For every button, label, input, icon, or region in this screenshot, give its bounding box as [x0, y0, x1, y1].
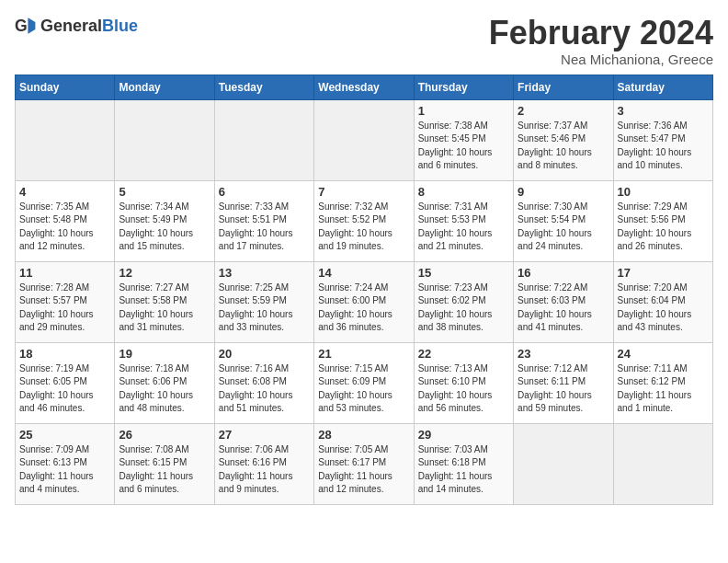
day-info: Sunrise: 7:18 AM Sunset: 6:06 PM Dayligh…	[119, 362, 210, 416]
day-info: Sunrise: 7:34 AM Sunset: 5:49 PM Dayligh…	[119, 201, 210, 254]
logo-general: General	[40, 17, 102, 35]
table-row: 17Sunrise: 7:20 AM Sunset: 6:04 PM Dayli…	[613, 261, 712, 342]
table-row: 21Sunrise: 7:15 AM Sunset: 6:09 PM Dayli…	[314, 342, 414, 423]
calendar-week-row: 4Sunrise: 7:35 AM Sunset: 5:48 PM Daylig…	[16, 180, 713, 261]
day-number: 22	[418, 347, 509, 361]
table-row: 18Sunrise: 7:19 AM Sunset: 6:05 PM Dayli…	[16, 342, 115, 423]
day-number: 12	[119, 266, 210, 280]
logo: G GeneralBlue	[15, 15, 138, 37]
table-row: 16Sunrise: 7:22 AM Sunset: 6:03 PM Dayli…	[514, 261, 613, 342]
day-info: Sunrise: 7:19 AM Sunset: 6:05 PM Dayligh…	[19, 362, 110, 416]
calendar-header-row: Sunday Monday Tuesday Wednesday Thursday…	[16, 75, 713, 99]
table-row: 26Sunrise: 7:08 AM Sunset: 6:15 PM Dayli…	[115, 423, 214, 504]
day-number: 13	[219, 266, 310, 280]
svg-marker-1	[28, 17, 35, 34]
table-row	[514, 423, 613, 504]
day-info: Sunrise: 7:23 AM Sunset: 6:02 PM Dayligh…	[418, 282, 509, 335]
day-number: 18	[19, 347, 110, 361]
table-row: 13Sunrise: 7:25 AM Sunset: 5:59 PM Dayli…	[214, 261, 313, 342]
table-row	[613, 423, 712, 504]
day-info: Sunrise: 7:16 AM Sunset: 6:08 PM Dayligh…	[219, 362, 310, 416]
table-row: 12Sunrise: 7:27 AM Sunset: 5:58 PM Dayli…	[115, 261, 214, 342]
day-info: Sunrise: 7:36 AM Sunset: 5:47 PM Dayligh…	[618, 120, 709, 173]
day-info: Sunrise: 7:12 AM Sunset: 6:11 PM Dayligh…	[518, 362, 609, 416]
day-info: Sunrise: 7:03 AM Sunset: 6:18 PM Dayligh…	[418, 443, 509, 497]
day-info: Sunrise: 7:35 AM Sunset: 5:48 PM Dayligh…	[19, 201, 110, 254]
calendar-week-row: 25Sunrise: 7:09 AM Sunset: 6:13 PM Dayli…	[16, 423, 713, 504]
table-row: 22Sunrise: 7:13 AM Sunset: 6:10 PM Dayli…	[414, 342, 513, 423]
table-row: 7Sunrise: 7:32 AM Sunset: 5:52 PM Daylig…	[314, 180, 414, 261]
day-number: 9	[518, 185, 609, 199]
day-number: 6	[219, 185, 310, 199]
title-area: February 2024 Nea Michaniona, Greece	[489, 15, 713, 67]
table-row: 19Sunrise: 7:18 AM Sunset: 6:06 PM Dayli…	[115, 342, 214, 423]
col-thursday: Thursday	[414, 75, 513, 99]
day-number: 2	[518, 104, 609, 118]
logo-blue: Blue	[102, 17, 138, 35]
col-wednesday: Wednesday	[314, 75, 414, 99]
calendar-week-row: 18Sunrise: 7:19 AM Sunset: 6:05 PM Dayli…	[16, 342, 713, 423]
table-row	[214, 99, 313, 180]
table-row: 25Sunrise: 7:09 AM Sunset: 6:13 PM Dayli…	[16, 423, 115, 504]
day-info: Sunrise: 7:13 AM Sunset: 6:10 PM Dayligh…	[418, 362, 509, 416]
day-info: Sunrise: 7:38 AM Sunset: 5:45 PM Dayligh…	[418, 120, 509, 173]
generalblue-logo-icon: G	[15, 15, 37, 37]
table-row: 2Sunrise: 7:37 AM Sunset: 5:46 PM Daylig…	[514, 99, 613, 180]
day-number: 17	[618, 266, 709, 280]
day-number: 26	[119, 428, 210, 442]
logo-text: GeneralBlue	[40, 17, 138, 36]
day-info: Sunrise: 7:11 AM Sunset: 6:12 PM Dayligh…	[618, 362, 709, 416]
day-number: 3	[618, 104, 709, 118]
day-info: Sunrise: 7:32 AM Sunset: 5:52 PM Dayligh…	[318, 201, 409, 254]
table-row: 15Sunrise: 7:23 AM Sunset: 6:02 PM Dayli…	[414, 261, 513, 342]
table-row	[115, 99, 214, 180]
day-info: Sunrise: 7:22 AM Sunset: 6:03 PM Dayligh…	[518, 282, 609, 335]
day-number: 28	[318, 428, 409, 442]
day-number: 15	[418, 266, 509, 280]
day-number: 27	[219, 428, 310, 442]
table-row	[314, 99, 414, 180]
table-row: 23Sunrise: 7:12 AM Sunset: 6:11 PM Dayli…	[514, 342, 613, 423]
table-row: 24Sunrise: 7:11 AM Sunset: 6:12 PM Dayli…	[613, 342, 712, 423]
day-number: 25	[19, 428, 110, 442]
page-header: G GeneralBlue February 2024 Nea Michanio…	[15, 15, 713, 67]
table-row: 14Sunrise: 7:24 AM Sunset: 6:00 PM Dayli…	[314, 261, 414, 342]
day-number: 11	[19, 266, 110, 280]
table-row: 8Sunrise: 7:31 AM Sunset: 5:53 PM Daylig…	[414, 180, 513, 261]
day-number: 14	[318, 266, 409, 280]
day-number: 8	[418, 185, 509, 199]
day-number: 21	[318, 347, 409, 361]
table-row: 6Sunrise: 7:33 AM Sunset: 5:51 PM Daylig…	[214, 180, 313, 261]
day-number: 19	[119, 347, 210, 361]
table-row: 27Sunrise: 7:06 AM Sunset: 6:16 PM Dayli…	[214, 423, 313, 504]
day-info: Sunrise: 7:20 AM Sunset: 6:04 PM Dayligh…	[618, 282, 709, 335]
day-info: Sunrise: 7:09 AM Sunset: 6:13 PM Dayligh…	[19, 443, 110, 497]
day-number: 10	[618, 185, 709, 199]
day-number: 5	[119, 185, 210, 199]
table-row: 3Sunrise: 7:36 AM Sunset: 5:47 PM Daylig…	[613, 99, 712, 180]
calendar-week-row: 11Sunrise: 7:28 AM Sunset: 5:57 PM Dayli…	[16, 261, 713, 342]
table-row: 1Sunrise: 7:38 AM Sunset: 5:45 PM Daylig…	[414, 99, 513, 180]
day-info: Sunrise: 7:08 AM Sunset: 6:15 PM Dayligh…	[119, 443, 210, 497]
col-saturday: Saturday	[613, 75, 712, 99]
col-friday: Friday	[514, 75, 613, 99]
day-info: Sunrise: 7:05 AM Sunset: 6:17 PM Dayligh…	[318, 443, 409, 497]
day-info: Sunrise: 7:27 AM Sunset: 5:58 PM Dayligh…	[119, 282, 210, 335]
day-number: 16	[518, 266, 609, 280]
svg-text:G: G	[15, 17, 28, 35]
table-row: 20Sunrise: 7:16 AM Sunset: 6:08 PM Dayli…	[214, 342, 313, 423]
calendar-table: Sunday Monday Tuesday Wednesday Thursday…	[15, 75, 713, 505]
day-info: Sunrise: 7:29 AM Sunset: 5:56 PM Dayligh…	[618, 201, 709, 254]
col-sunday: Sunday	[16, 75, 115, 99]
month-title: February 2024	[489, 15, 713, 52]
day-number: 4	[19, 185, 110, 199]
table-row: 29Sunrise: 7:03 AM Sunset: 6:18 PM Dayli…	[414, 423, 513, 504]
day-number: 23	[518, 347, 609, 361]
table-row: 9Sunrise: 7:30 AM Sunset: 5:54 PM Daylig…	[514, 180, 613, 261]
day-number: 7	[318, 185, 409, 199]
table-row: 5Sunrise: 7:34 AM Sunset: 5:49 PM Daylig…	[115, 180, 214, 261]
table-row: 11Sunrise: 7:28 AM Sunset: 5:57 PM Dayli…	[16, 261, 115, 342]
table-row: 4Sunrise: 7:35 AM Sunset: 5:48 PM Daylig…	[16, 180, 115, 261]
table-row: 28Sunrise: 7:05 AM Sunset: 6:17 PM Dayli…	[314, 423, 414, 504]
day-number: 24	[618, 347, 709, 361]
